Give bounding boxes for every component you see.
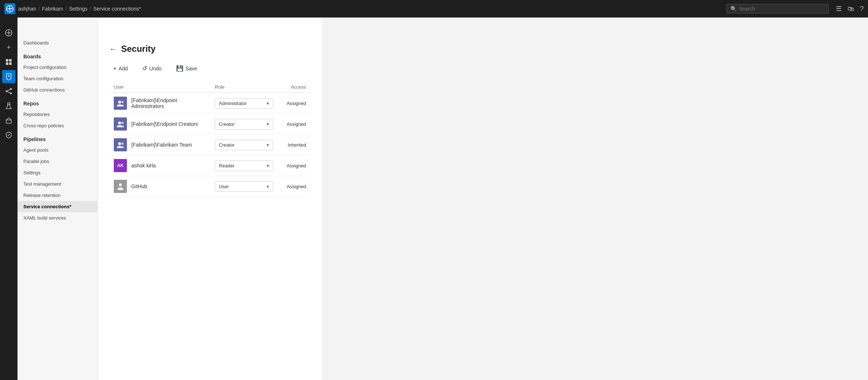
svg-line-10: [7, 92, 10, 93]
access-badge: Assigned: [287, 101, 306, 106]
user-avatar: [114, 180, 127, 193]
save-icon: 💾: [176, 65, 183, 72]
nav-icon-add[interactable]: +: [2, 41, 15, 54]
role-cell-4: User ▾: [210, 176, 278, 197]
add-button[interactable]: + Add: [109, 63, 131, 74]
svg-rect-12: [6, 120, 11, 123]
role-select-1[interactable]: Creator ▾: [215, 119, 273, 129]
sidebar-item-service-connections[interactable]: Service connections*: [18, 201, 97, 212]
role-select-3[interactable]: Reader ▾: [215, 160, 273, 171]
undo-button[interactable]: ↺ Undo: [139, 63, 165, 74]
nav-icon-artifacts[interactable]: [2, 114, 15, 127]
sidebar-dashboards[interactable]: Dashboards: [18, 35, 97, 49]
breadcrumb: ashjhan / Fabrikam / Settings / Service …: [18, 6, 141, 12]
user-avatar: AK: [114, 159, 127, 172]
breadcrumb-service-connections[interactable]: Service connections*: [93, 6, 141, 12]
sidebar-item-project-config[interactable]: Project configuration: [18, 62, 97, 73]
col-header-user: User: [109, 81, 210, 93]
user-name: [Fabrikam]\Endpoint Creators: [131, 121, 198, 127]
sidebar-item-parallel-jobs[interactable]: Parallel jobs: [18, 156, 97, 167]
user-cell-3: AK ashok kirla: [109, 155, 210, 176]
svg-rect-3: [9, 59, 12, 62]
svg-point-17: [118, 142, 121, 145]
add-icon: +: [113, 65, 116, 72]
access-cell-0: Assigned: [278, 93, 310, 114]
table-row: AK ashok kirla Reader ▾ Assigned: [109, 155, 310, 176]
nav-icon-pipelines[interactable]: [2, 85, 15, 98]
role-cell-0: Administrator ▾: [210, 93, 278, 114]
role-select-0[interactable]: Administrator ▾: [215, 98, 273, 109]
save-button[interactable]: 💾 Save: [173, 63, 201, 74]
access-badge: Assigned: [287, 121, 306, 127]
sidebar-item-agent-pools[interactable]: Agent pools: [18, 144, 97, 156]
list-icon[interactable]: ☰: [836, 5, 842, 13]
role-cell-2: Creator ▾: [210, 135, 278, 155]
chevron-down-icon: ▾: [267, 184, 269, 189]
sidebar-item-release-retention[interactable]: Release retention: [18, 190, 97, 201]
access-badge: Assigned: [287, 163, 306, 168]
sidebar-item-repositories[interactable]: Repositories: [18, 109, 97, 120]
role-value: Administrator: [219, 101, 247, 106]
search-icon: 🔍: [731, 6, 737, 12]
sidebar: Dashboards Boards Project configuration …: [18, 18, 98, 380]
sidebar-item-cross-repo[interactable]: Cross-repo policies: [18, 120, 97, 131]
sidebar-item-xaml[interactable]: XAML build services: [18, 212, 97, 224]
sidebar-item-settings[interactable]: Settings: [18, 167, 97, 178]
sidebar-item-team-config[interactable]: Team configuration: [18, 73, 97, 84]
table-row: [Fabrikam]\Fabrikam Team Creator ▾ Inher…: [109, 135, 310, 155]
user-name: [Fabrikam]\Endpoint Administrators: [131, 97, 206, 109]
page-header: ← Security: [109, 44, 310, 54]
main-content: ← Security + Add ↺ Undo 💾 Save: [98, 18, 322, 380]
chevron-down-icon: ▾: [267, 101, 269, 106]
user-cell-4: GitHub: [109, 176, 210, 197]
user-name: ashok kirla: [131, 163, 156, 168]
role-select-4[interactable]: User ▾: [215, 181, 273, 192]
nav-icon-test[interactable]: [2, 99, 15, 112]
search-box[interactable]: 🔍: [726, 4, 829, 13]
role-cell-1: Creator ▾: [210, 114, 278, 135]
breadcrumb-fabrikam[interactable]: Fabrikam: [42, 6, 63, 12]
role-select-2[interactable]: Creator ▾: [215, 140, 273, 150]
svg-point-8: [10, 93, 12, 94]
table-row: [Fabrikam]\Endpoint Creators Creator ▾ A…: [109, 114, 310, 135]
sidebar-item-test-management[interactable]: Test management: [18, 178, 97, 190]
svg-point-18: [121, 143, 124, 145]
page-title: Security: [121, 44, 156, 54]
role-cell-3: Reader ▾: [210, 155, 278, 176]
breadcrumb-ashjhan[interactable]: ashjhan: [18, 6, 36, 12]
sidebar-section-pipelines: Pipelines: [18, 131, 97, 144]
col-header-role: Role: [210, 81, 278, 93]
user-avatar: [114, 97, 127, 110]
chevron-down-icon: ▾: [267, 121, 269, 127]
role-value: Creator: [219, 142, 235, 148]
user-cell-1: [Fabrikam]\Endpoint Creators: [109, 114, 210, 135]
bag-icon[interactable]: 🛍: [848, 5, 854, 13]
table-row: GitHub User ▾ Assigned: [109, 176, 310, 197]
topbar-icons: ☰ 🛍 ?: [836, 5, 864, 13]
sidebar-item-github-connections[interactable]: GitHub connections: [18, 84, 97, 96]
access-cell-4: Assigned: [278, 176, 310, 197]
svg-point-15: [118, 121, 121, 124]
nav-icon-security[interactable]: [2, 128, 15, 141]
access-cell-1: Assigned: [278, 114, 310, 135]
breadcrumb-settings[interactable]: Settings: [69, 6, 88, 12]
back-button[interactable]: ←: [109, 45, 117, 53]
nav-icon-home[interactable]: [2, 26, 15, 39]
chevron-down-icon: ▾: [267, 163, 269, 168]
user-avatar: [114, 138, 127, 151]
svg-point-6: [6, 90, 8, 92]
toolbar: + Add ↺ Undo 💾 Save: [109, 63, 310, 74]
search-input[interactable]: [739, 6, 825, 12]
user-name: GitHub: [131, 183, 147, 189]
role-value: User: [219, 184, 229, 189]
security-table: User Role Access [Fabrikam]\Endpoint Adm…: [109, 81, 310, 197]
user-cell-2: [Fabrikam]\Fabrikam Team: [109, 135, 210, 155]
nav-icon-repos[interactable]: [2, 70, 15, 83]
left-nav-strip: +: [0, 0, 18, 380]
user-avatar: [114, 117, 127, 131]
topbar: ashjhan / Fabrikam / Settings / Service …: [0, 0, 868, 18]
help-icon[interactable]: ?: [860, 5, 864, 13]
access-badge: Inherited: [288, 142, 306, 148]
access-badge: Assigned: [287, 184, 306, 189]
nav-icon-boards[interactable]: [2, 55, 15, 69]
